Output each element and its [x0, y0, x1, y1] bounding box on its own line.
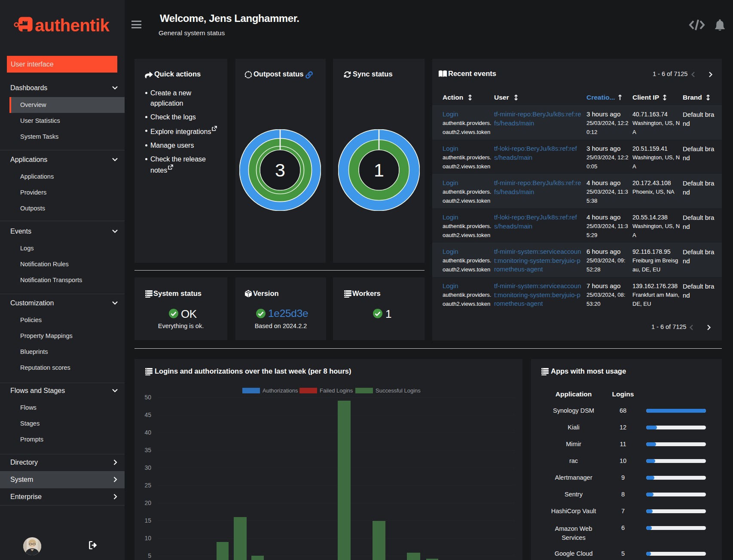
svg-text:3: 3 — [275, 160, 285, 180]
svg-text:1: 1 — [374, 160, 384, 180]
svg-text:authentik: authentik — [35, 16, 110, 35]
